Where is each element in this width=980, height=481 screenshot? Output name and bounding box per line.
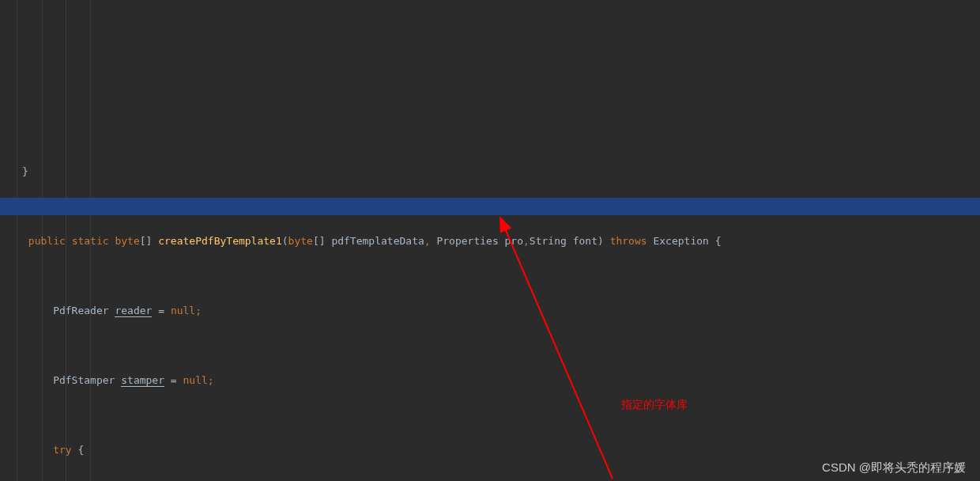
code-line: } <box>22 163 980 180</box>
code-line: public static byte[] createPdfByTemplate… <box>22 233 980 250</box>
watermark: CSDN @即将头秃的程序媛 <box>822 459 966 476</box>
code-line: PdfStamper stamper = null; <box>22 372 980 389</box>
code-editor[interactable]: } public static byte[] createPdfByTempla… <box>0 0 980 481</box>
annotation-label: 指定的字体库 <box>621 396 688 413</box>
current-line-highlight <box>0 198 980 215</box>
code-line: PdfReader reader = null; <box>22 302 980 320</box>
code-line: try { <box>22 441 980 459</box>
